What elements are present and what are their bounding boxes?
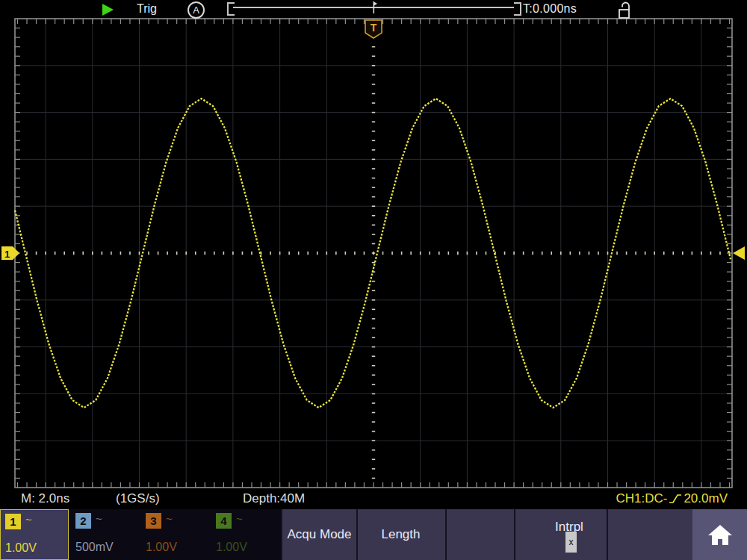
channel-1-box[interactable]: 1 ~ 1.00V (0, 509, 69, 560)
menu-item-acqu-mode[interactable]: Acqu Mode (282, 509, 356, 560)
channel-4-coupling: ~ (236, 512, 243, 525)
bottom-menu-bar: 1 ~ 1.00V 2 ~ 500mV 3 ~ 1.00V 4 ~ 1.00V … (0, 509, 747, 560)
position-bar-right-bracket (514, 2, 521, 16)
svg-text:1: 1 (4, 249, 10, 260)
menu-item-length[interactable]: Length (358, 509, 444, 560)
sample-rate-readout: (1GS/s) (116, 491, 160, 506)
graticule-display: 1T (0, 0, 747, 560)
channel-3-scale: 1.00V (146, 541, 177, 554)
intrpl-select-box[interactable]: x (565, 532, 577, 553)
channel-2-box[interactable]: 2 ~ 500mV (71, 509, 140, 560)
channel-1-scale: 1.00V (5, 541, 37, 555)
trig-status-label: Trig (137, 2, 157, 16)
menu-item-intrpl[interactable]: Intrpl (523, 509, 616, 535)
channel-4-number-badge: 4 (216, 513, 232, 529)
horizontal-offset-readout: T:0.000ns (523, 2, 577, 16)
status-bar: M: 2.0ns (1GS/s) Depth:40M CH1:DC- 20.0m… (0, 489, 747, 509)
channel-4-scale: 1.00V (216, 541, 247, 554)
position-marker-icon[interactable] (369, 1, 379, 14)
channel-1-number-badge: 1 (5, 514, 21, 529)
channel-3-box[interactable]: 3 ~ 1.00V (141, 509, 210, 560)
oscilloscope-screen: 1T Trig A T:0.000ns M: 2.0ns (1GS/s) Dep… (0, 0, 747, 560)
position-bar-left-bracket (227, 2, 235, 16)
trigger-source-label: CH1:DC- (616, 491, 667, 506)
channel-2-coupling: ~ (96, 512, 102, 525)
auto-badge-letter: A (193, 4, 199, 16)
channel-3-number-badge: 3 (146, 513, 161, 529)
home-icon (707, 523, 733, 546)
menu-separator (514, 509, 515, 560)
channel-3-coupling: ~ (166, 512, 173, 525)
rising-edge-icon (669, 493, 682, 505)
trigger-level-value: 20.0mV (684, 491, 728, 506)
unlock-icon[interactable] (617, 1, 633, 19)
trigger-level-arrow[interactable] (733, 246, 745, 260)
channel-2-scale: 500mV (75, 541, 114, 554)
channel-4-box[interactable]: 4 ~ 1.00V (211, 509, 280, 560)
svg-text:T: T (371, 22, 377, 34)
record-depth-readout: Depth:40M (243, 491, 305, 506)
timebase-readout: M: 2.0ns (21, 491, 69, 506)
auto-trigger-icon: A (187, 1, 205, 19)
channel-1-coupling: ~ (25, 513, 32, 526)
menu-separator (445, 509, 447, 560)
top-bar: Trig A T:0.000ns (0, 0, 747, 19)
run-play-icon (102, 4, 114, 16)
home-button[interactable] (692, 509, 747, 560)
channel-2-number-badge: 2 (75, 513, 91, 529)
trigger-readout: CH1:DC- 20.0mV (616, 491, 728, 506)
